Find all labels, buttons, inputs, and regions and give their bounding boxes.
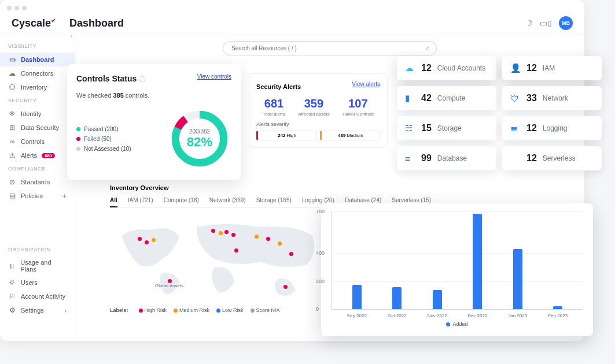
nav-icon: ⊞ <box>8 124 16 132</box>
sidebar-item-inventory[interactable]: ⛁Inventory <box>0 80 75 94</box>
bar: Jan 2023 <box>503 249 532 309</box>
legend-item: Failed (50) <box>76 136 160 142</box>
legend-item: Medium Risk <box>174 307 209 313</box>
tile-network[interactable]: 🛡33Network <box>502 86 602 110</box>
tile-icon: ▮ <box>405 93 415 103</box>
stat-item: 359Affected assets <box>298 97 330 117</box>
severity-box[interactable]: 439Medium <box>320 131 380 140</box>
tile-compute[interactable]: ▮42Compute <box>397 86 496 110</box>
collapse-icon[interactable]: ‹ <box>71 33 72 39</box>
nav-icon: ⚙ <box>8 306 16 314</box>
legend-item: High Risk <box>139 307 167 313</box>
plus-icon[interactable]: + <box>63 192 67 199</box>
tile-iam[interactable]: 👤12IAM <box>502 56 602 80</box>
alert-badge: 681 <box>42 153 55 158</box>
bar: Dec 2022 <box>463 214 492 309</box>
tile-serverless[interactable]: 12Serverless <box>502 146 602 170</box>
controls-checked-text: We checked 385 controls. <box>76 92 231 99</box>
legend-item: Low Risk <box>216 307 244 313</box>
controls-status-card: Controls Statusⓘ View controls We checke… <box>67 64 241 180</box>
tile-icon: ≣ <box>510 123 521 133</box>
chevron-right-icon: › <box>64 307 67 314</box>
alerts-title: Security Alerts <box>256 83 301 90</box>
bar: Feb 2023 <box>543 306 572 309</box>
app-logo: Cyscale✔ <box>12 17 69 29</box>
sidebar-item-users[interactable]: ⛭Users <box>0 276 75 289</box>
nav-icon: ⫼ <box>8 262 16 270</box>
bar-chart: 0200400700Sep 2022Oct 2022Nov 2022Dec 20… <box>332 211 583 310</box>
nav-icon: ⊘ <box>8 178 16 186</box>
nav-icon: ∞ <box>8 138 16 146</box>
section-label: COMPLIANCE <box>0 162 75 175</box>
page-title: Dashboard <box>69 17 124 29</box>
book-icon[interactable]: ▭▯ <box>540 18 552 28</box>
view-alerts-link[interactable]: View alerts <box>352 81 380 87</box>
window-titlebar <box>0 0 584 12</box>
legend-item: Not Assessed (10) <box>76 146 160 152</box>
tab-storage[interactable]: Storage (165) <box>256 197 292 204</box>
sidebar-item-account-activity[interactable]: ⚐Account Activity <box>0 289 75 303</box>
tile-icon: 🛡 <box>510 94 521 103</box>
sidebar-item-dashboard[interactable]: ▭Dashboard <box>0 53 75 66</box>
info-icon[interactable]: ⓘ <box>139 76 145 83</box>
nav-icon: ▤ <box>8 192 16 200</box>
sidebar-item-data-security[interactable]: ⊞Data Security <box>0 121 75 135</box>
sidebar: ‹ VISIBILITY▭Dashboard☁Connectors⛁Invent… <box>0 35 75 341</box>
map-caption: Global Assets <box>155 283 183 288</box>
stat-item: 681Total alerts <box>263 97 285 117</box>
nav-icon: ⚐ <box>8 292 16 300</box>
view-controls-link[interactable]: View controls <box>197 73 231 80</box>
search-icon[interactable]: ⌕ <box>426 44 430 51</box>
chart-legend: Added <box>332 321 583 327</box>
section-label: ORGANIZATION <box>0 243 75 256</box>
tab-all[interactable]: All <box>110 197 117 207</box>
moon-icon[interactable]: ☽ <box>525 18 533 28</box>
sidebar-item-connectors[interactable]: ☁Connectors <box>0 66 75 80</box>
legend-item: Score N/A <box>251 307 280 313</box>
search-input[interactable] <box>223 41 437 55</box>
tile-storage[interactable]: ☵15Storage <box>397 116 496 140</box>
sidebar-item-usage-and-plans[interactable]: ⫼Usage and Plans <box>0 256 75 276</box>
avatar[interactable]: MB <box>559 16 573 30</box>
bar: Oct 2022 <box>382 287 411 309</box>
tile-icon: ≡ <box>405 154 415 164</box>
stat-item: 107Failed Controls <box>343 97 374 117</box>
tile-icon: 👤 <box>510 63 521 73</box>
inventory-title: Inventory Overview <box>110 184 573 191</box>
controls-title: Controls Status <box>76 74 137 83</box>
bar: Nov 2022 <box>423 290 452 309</box>
sidebar-item-settings[interactable]: ⚙Settings› <box>0 303 75 317</box>
bar: Sep 2022 <box>343 285 371 310</box>
tab-network[interactable]: Network (369) <box>209 197 246 204</box>
nav-icon: ⛁ <box>8 83 16 91</box>
nav-icon: ▭ <box>8 55 16 64</box>
tile-icon: ☵ <box>405 123 415 133</box>
section-label: VISIBILITY <box>0 40 75 53</box>
severity-box[interactable]: 242High <box>256 131 316 140</box>
tab-compute[interactable]: Compute (16) <box>164 197 199 204</box>
security-alerts-card: Security Alerts View alerts 681Total ale… <box>249 73 388 148</box>
tile-logging[interactable]: ≣12Logging <box>502 116 602 140</box>
world-map[interactable]: Global Assets <box>110 213 330 305</box>
nav-icon: ⚠ <box>8 151 16 159</box>
search-bar: ⌕ <box>223 41 437 55</box>
section-label: SECURITY <box>0 94 75 107</box>
sidebar-item-standards[interactable]: ⊘Standards <box>0 175 75 189</box>
severity-label: Alerts severity <box>256 121 380 127</box>
nav-icon: ⛭ <box>8 278 16 287</box>
sidebar-item-policies[interactable]: ▤Policies+ <box>0 189 75 203</box>
tile-icon: ☁ <box>405 63 415 73</box>
bar-chart-card: 0200400700Sep 2022Oct 2022Nov 2022Dec 20… <box>321 203 593 336</box>
tile-cloud-accounts[interactable]: ☁12Cloud Accounts <box>397 56 496 80</box>
tab-iam[interactable]: IAM (721) <box>128 197 153 204</box>
controls-donut-chart: 200/38282% <box>168 107 231 170</box>
sidebar-item-identity[interactable]: 👁Identity <box>0 107 75 121</box>
nav-icon: 👁 <box>8 110 16 118</box>
nav-icon: ☁ <box>8 69 16 77</box>
tile-database[interactable]: ≡99Database <box>397 146 496 170</box>
legend-item: Passed (200) <box>76 126 160 132</box>
sidebar-item-controls[interactable]: ∞Controls <box>0 135 75 148</box>
sidebar-item-alerts[interactable]: ⚠Alerts681 <box>0 148 75 162</box>
